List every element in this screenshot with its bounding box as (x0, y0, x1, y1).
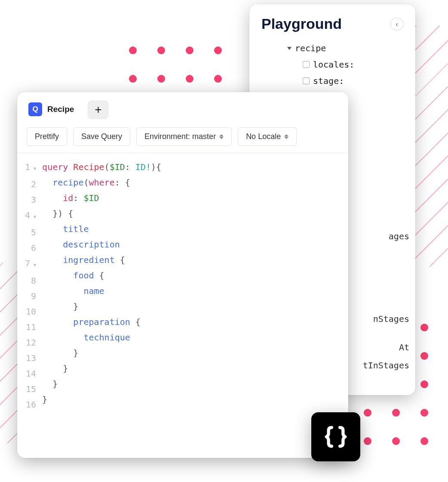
prettify-button[interactable]: Prettify (27, 127, 67, 146)
tree-node-label: recipe (295, 40, 326, 56)
tree-leaf-stage[interactable]: stage: (261, 73, 403, 89)
save-query-button[interactable]: Save Query (73, 127, 130, 146)
locale-label: No Locale (246, 132, 281, 141)
decor-stripes-top-right (413, 26, 448, 267)
tree-leaf-locales[interactable]: locales: (261, 56, 403, 73)
editor-panel: Q Recipe + Prettify Save Query Environme… (17, 92, 348, 458)
tree-leaf-label: stage: (313, 73, 344, 89)
query-badge-icon: Q (28, 102, 42, 116)
chevron-left-icon: ‹ (396, 21, 398, 28)
tree-peek-label: tInStages (363, 357, 409, 374)
braces-icon (323, 424, 348, 449)
playground-title: Playground (261, 15, 342, 32)
decor-dots-top (129, 46, 222, 83)
tree-peek-label: nStages (373, 311, 409, 327)
code-icon-card (311, 412, 360, 461)
plus-icon: + (95, 103, 101, 117)
tree-node-recipe[interactable]: recipe (261, 40, 403, 56)
line-number-gutter: 1 ▼234 ▼567 ▼8910111213141516 (17, 159, 40, 412)
locale-select[interactable]: No Locale (238, 127, 297, 146)
sort-icon (284, 134, 288, 139)
tree-leaf-label: locales: (313, 56, 354, 73)
code-editor[interactable]: query Recipe($ID: ID!){ recipe(where: { … (40, 159, 161, 412)
tree-peek-label: ages (389, 228, 409, 244)
sort-icon (219, 134, 224, 139)
tab-recipe[interactable]: Q Recipe (27, 101, 80, 122)
tree-peek-label: At (399, 339, 409, 355)
checkbox-icon[interactable] (303, 61, 310, 68)
tab-label: Recipe (47, 105, 74, 114)
collapse-button[interactable]: ‹ (390, 18, 403, 31)
add-tab-button[interactable]: + (88, 101, 108, 119)
environment-select[interactable]: Environment: master (136, 127, 232, 146)
checkbox-icon[interactable] (303, 77, 310, 84)
environment-label: Environment: master (144, 132, 216, 141)
caret-down-icon (287, 47, 292, 50)
